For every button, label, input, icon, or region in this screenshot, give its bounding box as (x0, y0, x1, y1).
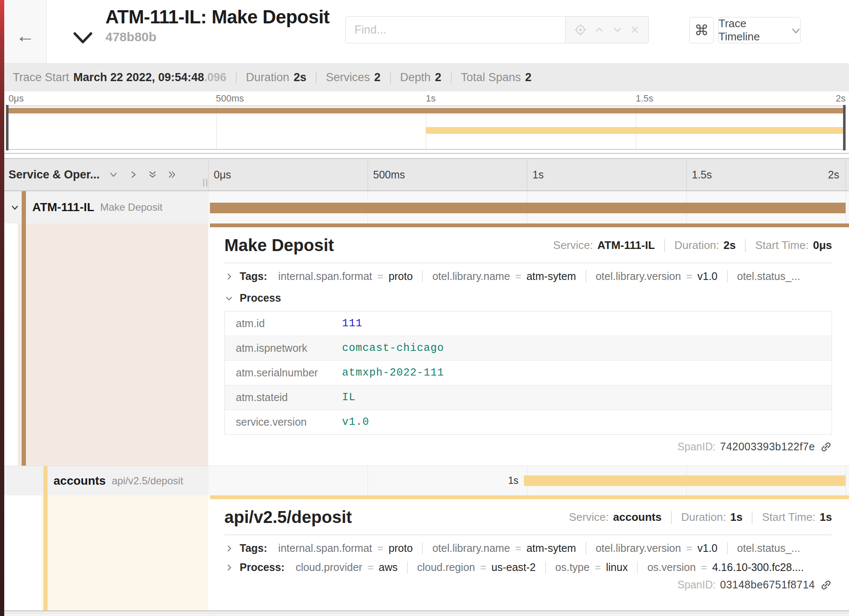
horizontal-scrollbar-track[interactable] (4, 610, 849, 616)
stat-label: Total Spans (461, 71, 521, 84)
span-service-name: ATM-111-IL (32, 201, 94, 214)
chevron-right-icon[interactable] (224, 563, 234, 572)
tag: otel.status_... (727, 542, 801, 554)
minimap-right-handle[interactable] (843, 105, 846, 150)
gridline (846, 191, 846, 223)
span-name-cell[interactable]: ATM-111-IL Make Deposit (4, 191, 208, 223)
service-operation-header: Service & Oper... (4, 159, 208, 190)
stat-label: Depth (400, 71, 431, 84)
chevron-down-icon[interactable] (224, 294, 234, 303)
span-id-row: SpanID: 742003393b122f7e (224, 441, 832, 453)
span-color-bar (22, 191, 26, 223)
tags-toggle[interactable]: Tags: (240, 270, 267, 283)
expand-all-icon[interactable] (147, 170, 158, 180)
process-field: os.version=4.16.10-300.fc28.... (637, 561, 804, 574)
stat-value: 2 (525, 71, 532, 84)
span-detail-panel: Make Deposit Service:ATM-111-IL Duration… (210, 223, 849, 466)
stat-label: Duration (246, 71, 289, 84)
span-detail-atm: Make Deposit Service:ATM-111-IL Duration… (4, 223, 849, 466)
prev-match-icon[interactable] (593, 23, 606, 36)
chevron-right-icon[interactable] (224, 544, 234, 553)
time-column-header: 0μs (208, 159, 368, 190)
tick-label: 2s (836, 93, 846, 104)
trace-view-label: Trace Timeline (719, 17, 786, 43)
process-row: Process: cloud.provider=aws cloud.region… (224, 561, 832, 574)
collapse-span-icon[interactable] (9, 202, 20, 213)
process-toggle[interactable]: Process: (240, 561, 285, 574)
tag: otel.status_... (727, 270, 801, 283)
copy-link-icon[interactable] (820, 579, 832, 591)
minimap-left-handle[interactable] (6, 105, 8, 150)
keyboard-shortcuts-button[interactable]: ⌘ (689, 17, 714, 43)
span-row-accounts[interactable]: accounts api/v2.5/deposit 1s (4, 466, 849, 495)
find-group (345, 16, 649, 43)
trace-start-fraction: .096 (204, 71, 226, 84)
column-resize-grip[interactable] (203, 179, 207, 186)
tag: otel.library.version=v1.0 (586, 542, 718, 554)
focus-match-icon[interactable] (573, 23, 588, 37)
time-column-header: 1.5s 2s (686, 159, 846, 190)
span-bar-accounts[interactable] (524, 475, 846, 486)
process-field: cloud.provider=aws (296, 561, 398, 574)
span-id-row: SpanID: 03148be6751f8714 (224, 579, 832, 591)
find-button-group (566, 16, 649, 43)
clear-search-icon[interactable] (629, 24, 641, 36)
expand-one-level-icon[interactable] (108, 170, 119, 180)
process-field: cloud.region=us-east-2 (407, 561, 536, 574)
divider (390, 72, 391, 84)
divider (664, 239, 665, 252)
stat-value: 2 (435, 71, 441, 84)
collapse-all-icon[interactable] (167, 170, 177, 180)
title-block: ATM-111-IL: Make Deposit 478b80b (105, 7, 330, 44)
divider (671, 511, 672, 524)
page-title: ATM-111-IL: Make Deposit (105, 7, 330, 27)
stat-value: 2 (374, 71, 380, 84)
minimap-ticks: 0μs 500ms 1s 1.5s 2s (6, 93, 846, 105)
back-button[interactable]: ← (4, 0, 47, 63)
span-service-name: accounts (54, 474, 106, 488)
next-match-icon[interactable] (611, 23, 624, 36)
command-icon: ⌘ (694, 22, 709, 39)
tag: otel.library.name=atm-sytem (422, 542, 576, 554)
span-detail-title: api/v2.5/deposit (224, 508, 352, 527)
page-edge-strip (0, 0, 4, 616)
tags-toggle[interactable]: Tags: (240, 542, 267, 554)
table-row: atm.id 111 (225, 311, 832, 336)
tag: otel.library.version=v1.0 (586, 270, 718, 283)
timeline-grid-header: Service & Oper... 0μs 500ms 1s 1.5s (4, 158, 849, 191)
span-name-cell[interactable]: accounts api/v2.5/deposit (4, 466, 208, 495)
tags-row: Tags: internal.span.format=proto otel.li… (224, 542, 832, 554)
span-row-atm[interactable]: ATM-111-IL Make Deposit (4, 191, 849, 223)
minimap-span-atm (7, 108, 845, 113)
divider (224, 534, 832, 535)
chevron-down-icon (792, 28, 800, 34)
trace-timeline-page: ← ATM-111-IL: Make Deposit 478b80b (0, 0, 849, 616)
detail-name-backdrop (42, 495, 208, 610)
collapse-trace-header-icon[interactable] (73, 31, 93, 44)
span-id-value: 742003393b122f7e (720, 441, 815, 453)
span-bar-atm[interactable] (210, 203, 846, 213)
divider (316, 72, 317, 84)
divider (451, 72, 452, 84)
minimap-canvas[interactable] (6, 106, 846, 150)
process-toggle[interactable]: Process (240, 292, 281, 304)
tag: otel.library.name=atm-sytem (422, 270, 576, 283)
trace-start-value: March 22 2022, 09:54:48 (74, 71, 204, 84)
table-row: atm.ispnetwork comcast-chicago (225, 336, 832, 360)
copy-link-icon[interactable] (820, 441, 832, 453)
trace-view-selector[interactable]: Trace Timeline (718, 17, 801, 43)
span-overview: Service:accounts Duration:1s Start Time:… (569, 511, 832, 524)
span-color-bar (43, 495, 48, 610)
table-row: atm.serialnumber atmxph-2022-111 (225, 360, 832, 385)
find-input[interactable] (345, 16, 566, 43)
divider (752, 511, 753, 524)
tick-label: 0μs (8, 93, 24, 104)
timeline-minimap: 0μs 500ms 1s 1.5s 2s (4, 91, 849, 154)
tick-label: 1s (426, 93, 436, 104)
collapse-one-level-icon[interactable] (128, 170, 138, 180)
process-kv-table: atm.id 111 atm.ispnetwork comcast-chicag… (224, 311, 832, 435)
process-field: os.type=linux (545, 561, 628, 574)
stat-label: Services (326, 71, 370, 84)
gridline (368, 466, 368, 495)
chevron-right-icon[interactable] (224, 272, 234, 281)
